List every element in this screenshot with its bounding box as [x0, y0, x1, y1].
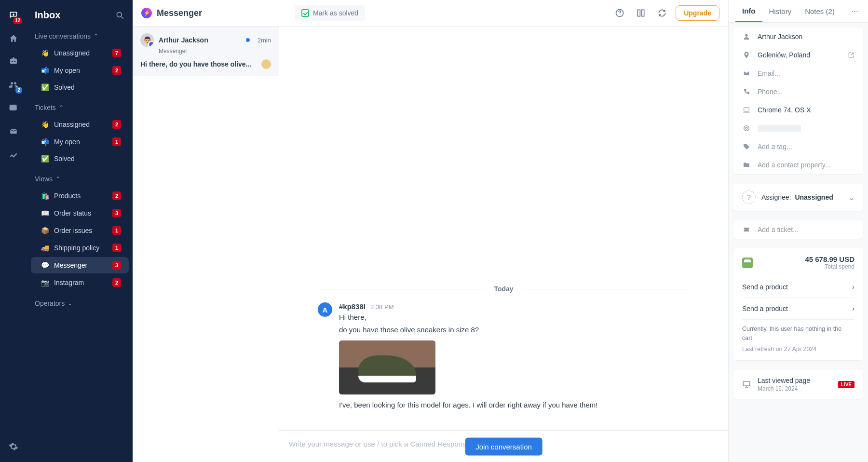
tab-history[interactable]: History	[762, 1, 799, 21]
nav-view-products[interactable]: 🛍️ Products 2	[31, 188, 129, 204]
chevron-down-icon: ⌄	[68, 300, 72, 307]
section-operators[interactable]: Operators⌄	[27, 296, 133, 311]
nav-view-orderstatus[interactable]: 📖 Order status 3	[31, 205, 129, 221]
nav-view-messenger[interactable]: 💬 Messenger 3	[31, 257, 129, 273]
message-author: #kp838l	[339, 302, 366, 311]
target-icon	[742, 124, 751, 132]
message-avatar: A	[318, 302, 332, 317]
nav-view-orderissues[interactable]: 📦 Order issues 1	[31, 222, 129, 239]
message-time: 2:38 PM	[370, 303, 393, 311]
laptop-icon	[742, 106, 751, 114]
check-icon	[301, 9, 309, 17]
rail-contacts[interactable]: 2	[4, 75, 23, 95]
svg-point-6	[746, 127, 747, 129]
add-ticket-card[interactable]: Add a ticket...	[733, 220, 863, 239]
conversation-item[interactable]: 👨 Arthur Jackson 2min Messenger Hi there…	[133, 27, 279, 76]
more-icon[interactable]: ⋯	[848, 4, 861, 18]
send-product-1[interactable]: Send a product ›	[742, 276, 854, 298]
svg-point-0	[117, 12, 122, 17]
tab-info[interactable]: Info	[735, 1, 762, 22]
email-icon	[742, 69, 751, 77]
sidebar: Inbox Live conversations⌃ 👋 Unassigned 7…	[27, 0, 133, 462]
send-product-2[interactable]: Send a product ›	[742, 298, 854, 319]
rail-mail[interactable]	[4, 122, 23, 141]
section-views[interactable]: Views⌃	[27, 171, 133, 187]
rail-bot[interactable]	[4, 52, 23, 71]
contact-card: Arthur Jackson Goleniów, Poland Email...…	[733, 27, 863, 174]
section-live[interactable]: Live conversations⌃	[27, 28, 133, 44]
contact-name-row[interactable]: Arthur Jackson	[733, 27, 863, 46]
composer-placeholder: Write your message or use / to pick a Ca…	[289, 440, 470, 448]
svg-point-7	[744, 126, 749, 131]
join-conversation-button[interactable]: Join conversation	[465, 438, 542, 456]
unread-dot-icon	[246, 38, 250, 42]
tab-notes[interactable]: Notes (2)	[798, 1, 841, 21]
messenger-icon: ⚡	[141, 8, 152, 18]
nav-view-instagram[interactable]: 📷 Instagram 2	[31, 274, 129, 291]
cart-note: Currently, this user has nothing in the …	[742, 319, 854, 353]
contact-property-row[interactable]: Add a contact property...	[733, 156, 863, 174]
contact-email-row[interactable]: Email...	[733, 64, 863, 82]
assignee-card[interactable]: ? Assignee: Unassigned ⌄	[733, 184, 863, 211]
avatar: 👨	[140, 33, 154, 47]
date-separator: Today	[318, 285, 690, 293]
assignee-placeholder-icon: ?	[742, 190, 756, 204]
svg-rect-3	[642, 10, 644, 16]
nav-live-myopen[interactable]: 📬 My open 2	[31, 62, 129, 79]
rail-cards[interactable]	[4, 98, 23, 118]
refresh-icon[interactable]	[654, 5, 670, 21]
nav-live-unassigned[interactable]: 👋 Unassigned 7	[31, 45, 129, 61]
shopify-card: 45 678.99 USD Total spend Send a product…	[733, 248, 863, 360]
message: A #kp838l 2:38 PM Hi there, do you have …	[318, 302, 690, 411]
contacts-badge: 2	[15, 87, 22, 94]
phone-icon	[742, 88, 751, 95]
chevron-up-icon: ⌃	[94, 33, 98, 40]
nav-ticket-myopen[interactable]: 📬 My open 1	[31, 134, 129, 150]
library-icon[interactable]	[633, 5, 649, 21]
help-icon[interactable]	[612, 5, 627, 21]
mark-solved-button[interactable]: Mark as solved	[295, 5, 365, 21]
live-badge: LIVE	[838, 381, 854, 388]
rail-settings[interactable]	[4, 437, 23, 456]
chevron-down-icon: ⌄	[848, 193, 854, 202]
search-icon[interactable]	[115, 11, 125, 20]
rail-inbox[interactable]: 12	[4, 6, 23, 25]
contact-phone-row[interactable]: Phone...	[733, 82, 863, 101]
contact-location-row[interactable]: Goleniów, Poland	[733, 46, 863, 64]
contact-device-row: Chrome 74, OS X	[733, 101, 863, 119]
assignee-avatar	[261, 59, 271, 69]
nav-ticket-unassigned[interactable]: 👋 Unassigned 2	[31, 116, 129, 133]
total-spend: 45 678.99 USD	[805, 255, 854, 263]
conversation-list: ⚡ Messenger 👨 Arthur Jackson 2min Messen…	[133, 0, 279, 462]
info-panel: Info History Notes (2) ⋯ Arthur Jackson …	[728, 0, 868, 462]
external-link-icon[interactable]	[848, 52, 854, 58]
nav-ticket-solved[interactable]: ✅ Solved	[31, 151, 129, 166]
folder-icon	[742, 161, 751, 169]
svg-rect-2	[638, 10, 640, 16]
inbox-badge: 12	[13, 17, 22, 24]
sidebar-title: Inbox	[35, 10, 115, 21]
chat-messages[interactable]: Today A #kp838l 2:38 PM Hi there, do you…	[279, 27, 728, 430]
nav-view-shipping[interactable]: 🚚 Shipping policy 1	[31, 240, 129, 256]
icon-rail: 12 2	[0, 0, 27, 462]
rail-home[interactable]	[4, 29, 23, 48]
chevron-right-icon: ›	[852, 305, 854, 313]
section-tickets[interactable]: Tickets⌃	[27, 100, 133, 115]
shopify-icon	[742, 258, 753, 268]
chevron-up-icon: ⌃	[55, 176, 60, 182]
svg-rect-8	[743, 381, 750, 386]
chevron-up-icon: ⌃	[59, 104, 64, 111]
chevron-right-icon: ›	[852, 283, 854, 291]
monitor-icon	[742, 380, 751, 389]
rail-analytics[interactable]	[4, 145, 23, 164]
chat-header: Mark as solved Upgrade	[279, 0, 728, 27]
contact-tag-row[interactable]: Add a tag...	[733, 137, 863, 156]
message-composer: Write your message or use / to pick a Ca…	[279, 430, 728, 462]
conversations-title: Messenger	[157, 8, 202, 18]
nav-live-solved[interactable]: ✅ Solved	[31, 80, 129, 95]
ticket-icon	[742, 226, 751, 233]
upgrade-button[interactable]: Upgrade	[676, 5, 719, 21]
last-viewed-card[interactable]: Last viewed page March 16, 2024 LIVE	[733, 370, 863, 399]
info-tabs: Info History Notes (2) ⋯	[729, 0, 868, 23]
message-image[interactable]	[339, 340, 435, 394]
